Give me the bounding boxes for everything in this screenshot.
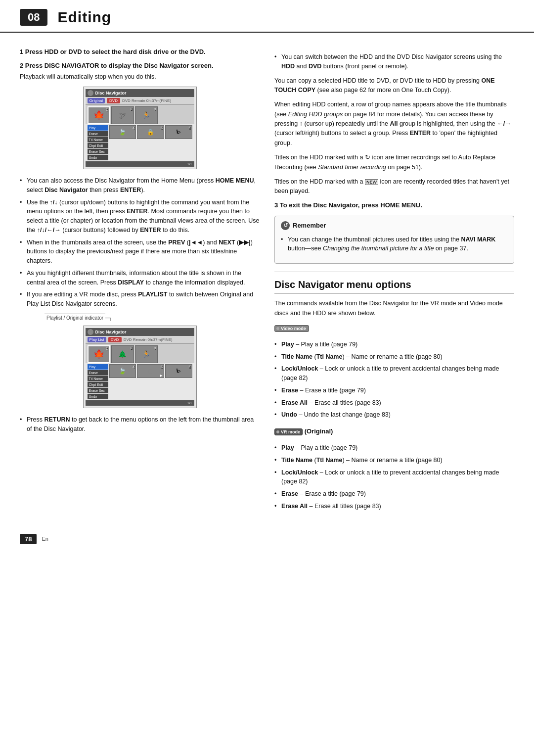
playlist-indicator-area: Playlist / Original indicator ─┐ bbox=[20, 314, 260, 321]
thumb-3: 🏃 3 bbox=[135, 106, 158, 124]
screen1-bottombar: 1/1 bbox=[86, 161, 194, 167]
screen2-bottombar: 1/1 bbox=[86, 400, 194, 406]
screen1-menu-area: Play Erase Ttl Name Chpt Edit Erase Sec … bbox=[86, 124, 194, 161]
step2-heading: 2 Press DISC NAVIGATOR to display the Di… bbox=[20, 61, 260, 70]
thumb-6: ⛷ 6 bbox=[165, 125, 192, 139]
bullet-list-1: You can also access the Disc Navigator f… bbox=[20, 176, 260, 309]
screen2-titlebar: Disc Navigator bbox=[86, 328, 194, 336]
bullet-item: When in the thumbnails area of the scree… bbox=[20, 238, 260, 266]
divider bbox=[274, 272, 514, 272]
section-sub-text: The commands available from the Disc Nav… bbox=[274, 299, 514, 318]
para-new-icon: Titles on the HDD marked with a NEW icon… bbox=[274, 177, 514, 196]
bullet-item: You can also access the Disc Navigator f… bbox=[20, 176, 260, 195]
vm-item-lockunlock: Lock/Unlock – Lock or unlock a title to … bbox=[274, 364, 514, 383]
screen1-title: Disc Navigator bbox=[95, 91, 127, 95]
vm-item-erase: Erase – Erase a title (page 79) bbox=[274, 386, 514, 395]
menu-play[interactable]: Play bbox=[88, 125, 108, 131]
menu2-ttlname[interactable]: Ttl Name bbox=[88, 376, 108, 381]
thumb-s2-3: 🏃 3 bbox=[135, 345, 158, 363]
remember-icon: ↺ bbox=[281, 221, 290, 230]
vr-item-play: Play – Play a title (page 79) bbox=[274, 443, 514, 453]
remember-bullets: You can change the thumbnail pictures us… bbox=[281, 235, 508, 254]
content-columns: 1 Press HDD or DVD to select the hard di… bbox=[0, 47, 534, 519]
vr-item-lockunlock: Lock/Unlock – Lock or unlock a title to … bbox=[274, 468, 514, 487]
bullet-list-right-top: You can switch between the HDD and the D… bbox=[274, 52, 514, 71]
screen1-mode: Original bbox=[88, 98, 105, 103]
vm-item-play: Play – Play a title (page 79) bbox=[274, 340, 514, 349]
menu2-chptedit[interactable]: Chpt Edit bbox=[88, 382, 108, 387]
vm-item-eraseall: Erase All – Erase all titles (page 83) bbox=[274, 398, 514, 408]
screen2-thumbs-grid: 🍃 4 ◼ 5 ▶ ⛷ 6 bbox=[109, 364, 192, 399]
screen1-toprow: Original DVD DVD Remain 0h:37m(FINE) bbox=[86, 97, 194, 105]
vm-item-titlename: Title Name (Ttl Name) – Name or rename a… bbox=[274, 352, 514, 362]
screen2-dvd: DVD bbox=[108, 337, 122, 342]
vr-item-erase: Erase – Erase a title (page 79) bbox=[274, 489, 514, 499]
vr-item-titlename: Title Name (Ttl Name) – Name or rename a… bbox=[274, 456, 514, 465]
bullet-hdd-dvd: You can switch between the HDD and the D… bbox=[274, 52, 514, 71]
para-onetouchcopy: You can copy a selected HDD title to DVD… bbox=[274, 76, 514, 95]
bullet-list-2: Press RETURN to get back to the menu opt… bbox=[20, 415, 260, 434]
screen1-remain: DVD Remain 0h:37m(FINE) bbox=[122, 98, 171, 103]
step3-heading: 3 To exit the Disc Navigator, press HOME… bbox=[274, 201, 514, 209]
video-mode-list: Play – Play a title (page 79) Title Name… bbox=[274, 340, 514, 420]
screen2-title: Disc Navigator bbox=[95, 330, 127, 334]
page-lang: En bbox=[42, 536, 48, 542]
screen1-thumbs-grid: 🍃 4 🔒 5 ⛷ 6 bbox=[109, 125, 192, 160]
video-mode-badge: Video mode bbox=[274, 324, 514, 335]
screen1-sidebar: Play Erase Ttl Name Chpt Edit Erase Sec … bbox=[88, 125, 108, 160]
vr-mode-badge-area: VR mode (Original) bbox=[274, 427, 514, 438]
menu2-play[interactable]: Play bbox=[88, 364, 108, 370]
vr-mode-list: Play – Play a title (page 79) Title Name… bbox=[274, 443, 514, 511]
thumb-s2-5: ◼ 5 ▶ bbox=[137, 364, 164, 378]
section-heading-disc-nav: Disc Navigator menu options bbox=[274, 279, 514, 294]
disc-icon-2 bbox=[88, 329, 93, 335]
thumb-s2-4: 🍃 4 bbox=[109, 364, 136, 378]
right-col: You can switch between the HDD and the D… bbox=[274, 47, 514, 519]
vr-mode-section: VR mode (Original) Play – Play a title (… bbox=[274, 427, 514, 511]
page-num: 78 bbox=[20, 534, 37, 544]
thumb-4: 🍃 4 bbox=[109, 125, 136, 139]
remember-label: Remember bbox=[293, 222, 326, 229]
video-mode-section: Video mode Play – Play a title (page 79)… bbox=[274, 324, 514, 420]
menu-erasesec[interactable]: Erase Sec bbox=[88, 149, 108, 154]
screen2-toprow: Play List DVD DVD Remain 0h:37m(FINE) bbox=[86, 336, 194, 344]
menu2-undo[interactable]: Undo bbox=[88, 394, 108, 399]
vr-item-eraseall: Erase All – Erase all titles (page 83) bbox=[274, 502, 514, 511]
screen-mockup-2: Disc Navigator Play List DVD DVD Remain … bbox=[83, 326, 197, 408]
left-col: 1 Press HDD or DVD to select the hard di… bbox=[20, 47, 260, 519]
menu2-erase[interactable]: Erase bbox=[88, 370, 108, 376]
header-bar: 08 Editing bbox=[0, 0, 534, 33]
remember-bullet: You can change the thumbnail pictures us… bbox=[281, 235, 508, 254]
menu-chptedit[interactable]: Chpt Edit bbox=[88, 143, 108, 148]
bullet-item: If you are editing a VR mode disc, press… bbox=[20, 290, 260, 309]
step1-heading: 1 Press HDD or DVD to select the hard di… bbox=[20, 47, 260, 56]
screen1-dvd: DVD bbox=[107, 98, 120, 103]
screen2-remain: DVD Remain 0h:37m(FINE) bbox=[124, 337, 173, 342]
screen2-sidebar: Play Erase Ttl Name Chpt Edit Erase Sec … bbox=[88, 364, 108, 399]
remember-title: ↺ Remember bbox=[281, 221, 508, 230]
para-hdd-groups: When editing HDD content, a row of group… bbox=[274, 100, 514, 148]
bullet-item: As you highlight different thumbnails, i… bbox=[20, 269, 260, 287]
playlist-indicator-label: Playlist / Original indicator bbox=[44, 314, 105, 321]
thumb-2: 🕊 2 bbox=[111, 106, 134, 124]
screen2-menu-area: Play Erase Ttl Name Chpt Edit Erase Sec … bbox=[86, 363, 194, 400]
para-timer-icon: Titles on the HDD marked with a ↻ icon a… bbox=[274, 153, 514, 172]
screen2-thumbs-top: 🍁 1 🌲 2 🏃 3 bbox=[86, 344, 194, 363]
screen2-mode: Play List bbox=[88, 337, 106, 342]
menu-ttlname[interactable]: Ttl Name bbox=[88, 137, 108, 142]
menu-erase[interactable]: Erase bbox=[88, 131, 108, 137]
screen1-thumbs-top: 🍁 1 🕊 2 🏃 3 bbox=[86, 105, 194, 124]
chapter-num: 08 bbox=[20, 9, 47, 26]
thumb-5: 🔒 5 bbox=[137, 125, 164, 139]
step2-subtext: Playback will automatically stop when yo… bbox=[20, 72, 260, 82]
screen-mockup-1: Disc Navigator Original DVD DVD Remain 0… bbox=[83, 87, 197, 169]
page-footer: 78 En bbox=[0, 524, 534, 549]
thumb-s2-2: 🌲 2 bbox=[111, 345, 134, 363]
menu-undo[interactable]: Undo bbox=[88, 155, 108, 160]
thumb-1: 🍁 1 bbox=[88, 106, 110, 124]
bullet-return: Press RETURN to get back to the menu opt… bbox=[20, 415, 260, 434]
thumb-s2-1: 🍁 1 bbox=[88, 345, 110, 363]
chapter-title: Editing bbox=[57, 9, 111, 26]
vr-mode-title: (Original) bbox=[305, 427, 333, 435]
menu2-erasesec[interactable]: Erase Sec bbox=[88, 388, 108, 393]
